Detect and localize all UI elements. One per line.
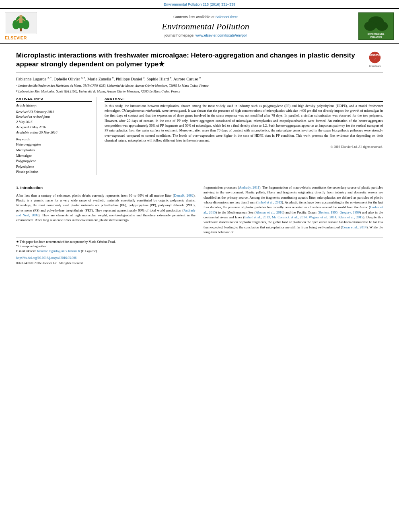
species-name: Chlamydomonas reinhardtii <box>121 109 160 113</box>
keywords-section: Keywords: Hetero-aggregates Microplastic… <box>16 137 92 175</box>
journal-ref: Environmental Pollution 215 (2016) 331–3… <box>0 0 399 8</box>
svg-point-4 <box>22 20 29 29</box>
svg-point-3 <box>12 20 20 29</box>
footnote-right <box>204 240 383 253</box>
svg-rect-6 <box>19 18 23 23</box>
keyword-4: Polypropylene <box>16 158 92 164</box>
ref-benton-1995[interactable]: Benton, 1995; Gregory, 1999 <box>319 210 360 214</box>
asterisk-note: ★ This paper has been recommended for ac… <box>16 240 195 244</box>
ref-cozar-2014[interactable]: Cozar et al., 2014 <box>342 225 366 229</box>
affil-text-b: Laboratoire Mer, Molécules, Santé (EA 21… <box>19 89 181 94</box>
svg-text:CrossMark: CrossMark <box>368 53 381 57</box>
author-sup-b4: b <box>200 76 201 79</box>
journal-title: Environmental Pollution <box>53 21 358 32</box>
title-asterisk: ★ <box>158 60 165 68</box>
elsevier-tree-logo <box>5 12 37 34</box>
article-title-section: Microplastic interactions with freshwate… <box>16 51 383 72</box>
main-content: Microplastic interactions with freshwate… <box>0 44 399 269</box>
intro-left-col: 1. Introduction After less than a centur… <box>16 185 195 234</box>
email-link[interactable]: fabienne.lagarde@univ-lemans.fr <box>37 249 80 253</box>
history-revised-label: Received in revised form <box>16 114 92 119</box>
ref-andrady-neal[interactable]: Andrady and Neal, 2009 <box>16 208 195 217</box>
history-revised-date: 2 May 2016 <box>16 119 92 125</box>
keyword-6: Plastic pollution <box>16 169 92 175</box>
intro-right-text: fragmentation processes (Andrady, 2011).… <box>204 185 383 234</box>
email-name: (F. Lagarde). <box>81 249 97 253</box>
svg-text:ENVIRONMENTAL: ENVIRONMENTAL <box>368 33 385 35</box>
elsevier-logo-section: ELSEVIER <box>5 12 53 40</box>
keyword-2: Microplastics <box>16 148 92 153</box>
affiliations-section: a Institut des Molécules et des Matériau… <box>16 84 383 93</box>
ref-derralk[interactable]: Derralk, 2002 <box>174 193 193 197</box>
sciencedirect-link[interactable]: ScienceDirect <box>216 15 238 19</box>
author-sup-b1: a, b <box>81 76 85 79</box>
abstract-column: ABSTRACT In this study, the interactions… <box>105 97 383 175</box>
ref-alomar-2016[interactable]: Alomar et al., 2016 <box>256 210 283 214</box>
keywords-label: Keywords: <box>16 137 92 141</box>
journal-header-center: Contents lists available at ScienceDirec… <box>53 15 358 37</box>
abstract-text: In this study, the interactions between … <box>105 103 383 143</box>
svg-point-13 <box>376 21 388 31</box>
doi-section: http://dx.doi.org/10.1016/j.envpol.2016.… <box>16 256 383 260</box>
affil-text-a: Institut des Molécules et des Matériaux … <box>19 84 209 88</box>
article-history: Article history: Received 23 February 20… <box>16 103 92 135</box>
crossmark-badge: CrossMark ✓ CrossMark <box>367 51 383 67</box>
email-line: E-mail address: fabienne.lagarde@univ-le… <box>16 249 195 253</box>
history-received: Received 23 February 2016 <box>16 109 92 115</box>
svg-text:POLLUTION: POLLUTION <box>370 36 382 38</box>
intro-left-text: After less than a century of existence, … <box>16 193 195 223</box>
ref-imhof-lakes[interactable]: Imhof et al., 2013; Mc Cormick et al., 2… <box>245 215 363 219</box>
copyright-line: © 2016 Elsevier Ltd. All rights reserved… <box>105 145 383 149</box>
journal-url[interactable]: www.elsevier.com/locate/envpol <box>195 33 247 37</box>
ref-andrady-2011[interactable]: Andrady, 2011 <box>239 185 259 189</box>
journal-header: ELSEVIER Contents lists available at Sci… <box>0 8 399 44</box>
intro-heading: 1. Introduction <box>16 185 195 191</box>
journal-cover-logo: ENVIRONMENTAL POLLUTION <box>358 12 394 40</box>
affiliation-a: a Institut des Molécules et des Matériau… <box>16 84 383 88</box>
footnote-columns: ★ This paper has been recommended for ac… <box>16 240 383 253</box>
footnote-section: ★ This paper has been recommended for ac… <box>16 238 383 265</box>
corresponding-note: * Corresponding author. <box>16 244 195 249</box>
ref-imhof-2013[interactable]: Imhof et al., 2013 <box>257 200 282 204</box>
history-accepted: Accepted 3 May 2016 <box>16 125 92 130</box>
keyword-1: Hetero-aggregates <box>16 142 92 148</box>
keyword-5: Polyethylene <box>16 164 92 170</box>
journal-homepage: journal homepage: www.elsevier.com/locat… <box>53 33 358 37</box>
sciencedirect-line: Contents lists available at ScienceDirec… <box>53 15 358 19</box>
article-title: Microplastic interactions with freshwate… <box>16 51 363 69</box>
authors-section: Fabienne Lagarde a, *, Ophélie Olivier a… <box>16 76 383 82</box>
history-label: Article history: <box>16 103 92 108</box>
svg-point-12 <box>364 21 376 31</box>
keyword-3: Microalgae <box>16 153 92 159</box>
footnote-left: ★ This paper has been recommended for ac… <box>16 240 195 253</box>
crossmark-label: CrossMark <box>369 65 380 67</box>
history-online: Available online 26 May 2016 <box>16 130 92 135</box>
affil-sup-a: a <box>16 84 18 88</box>
crossmark-icon: CrossMark ✓ <box>368 51 381 64</box>
article-info-label: ARTICLE INFO <box>16 97 92 102</box>
author-sup-b3: b <box>170 76 172 79</box>
issn-section: 0269-7491/© 2016 Elsevier Ltd. All right… <box>16 261 383 265</box>
elsevier-name: ELSEVIER <box>5 35 27 40</box>
author-sup-a2: a <box>143 76 144 79</box>
email-label: E-mail address: <box>16 249 36 253</box>
abstract-label: ABSTRACT <box>105 97 383 102</box>
introduction-section: 1. Introduction After less than a centur… <box>16 185 383 234</box>
svg-point-5 <box>19 15 23 18</box>
article-title-text: Microplastic interactions with freshwate… <box>16 51 355 68</box>
affil-sup-b: b <box>16 89 18 94</box>
doi-link[interactable]: http://dx.doi.org/10.1016/j.envpol.2016.… <box>16 256 76 260</box>
affiliation-b: b Laboratoire Mer, Molécules, Santé (EA … <box>16 89 383 94</box>
intro-right-col: fragmentation processes (Andrady, 2011).… <box>204 185 383 234</box>
author-sup-b2: b <box>112 76 114 79</box>
section-divider-1 <box>16 180 383 180</box>
article-info-abstract: ARTICLE INFO Article history: Received 2… <box>16 97 383 175</box>
article-info-column: ARTICLE INFO Article history: Received 2… <box>16 97 97 175</box>
svg-text:✓: ✓ <box>374 57 376 60</box>
author-sup-a1: a, * <box>47 76 51 79</box>
